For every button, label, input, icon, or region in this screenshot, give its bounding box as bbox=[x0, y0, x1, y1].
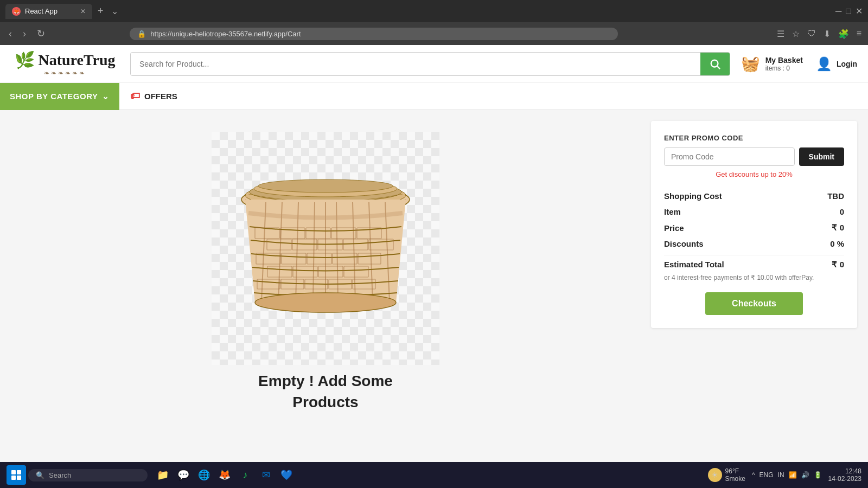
header-right: 🧺 My Basket items : 0 👤 Login bbox=[741, 55, 857, 73]
start-button[interactable] bbox=[7, 465, 26, 485]
svg-point-6 bbox=[258, 179, 393, 192]
nav-bar: SHOP BY CATEGORY ⌄ 🏷 OFFERS bbox=[0, 83, 868, 110]
basket-title: My Basket bbox=[765, 56, 803, 65]
login-area[interactable]: 👤 Login bbox=[816, 56, 857, 72]
svg-line-1 bbox=[717, 66, 720, 69]
tray-battery-icon: 🔋 bbox=[814, 471, 822, 479]
estimated-total-row: Estimated Total ₹ 0 bbox=[664, 255, 844, 269]
new-tab-button[interactable]: + bbox=[94, 5, 107, 17]
promo-label: ENTER PROMO CODE bbox=[664, 134, 844, 142]
start-cell-1 bbox=[11, 470, 16, 474]
weather-info: 96°F Smoke bbox=[725, 467, 745, 483]
refresh-button[interactable]: ↻ bbox=[35, 25, 47, 42]
logo-area: 🌿 NatureTrug ❧❧❧❧❧❧ bbox=[11, 50, 119, 77]
window-controls: ─ □ ✕ bbox=[835, 6, 863, 16]
tag-icon: 🏷 bbox=[130, 91, 140, 102]
menu-icon[interactable]: ≡ bbox=[857, 29, 861, 38]
chevron-down-icon: ⌄ bbox=[102, 92, 110, 101]
tray-region: IN bbox=[778, 471, 784, 479]
star-icon[interactable]: ☆ bbox=[792, 29, 800, 39]
close-button[interactable]: ✕ bbox=[856, 6, 863, 16]
main-content: Empty ! Add Some Products ENTER PROMO CO… bbox=[0, 110, 868, 488]
download-icon[interactable]: ⬇ bbox=[824, 29, 831, 39]
tab-title: React App bbox=[25, 7, 58, 15]
taskbar-music-icon[interactable]: ♪ bbox=[237, 466, 254, 484]
search-icon bbox=[709, 58, 721, 70]
shopping-cost-label: Shopping Cost bbox=[664, 191, 722, 201]
basket-icon: 🧺 bbox=[741, 55, 760, 73]
empty-cart-text: Empty ! Add Some Products bbox=[258, 370, 393, 413]
minimize-button[interactable]: ─ bbox=[835, 6, 841, 16]
basket-info: My Basket items : 0 bbox=[765, 56, 803, 72]
taskbar-chat-icon[interactable]: 💬 bbox=[175, 466, 192, 484]
back-button[interactable]: ‹ bbox=[7, 26, 14, 42]
tab-favicon: 🦊 bbox=[12, 7, 21, 16]
tab-list-button[interactable]: ⌄ bbox=[111, 6, 118, 16]
taskbar-weather: ☀ 96°F Smoke bbox=[708, 467, 745, 483]
logo-row: 🌿 NatureTrug bbox=[15, 50, 115, 69]
taskbar-search-bar[interactable]: 🔍 Search bbox=[28, 469, 148, 481]
svg-point-0 bbox=[711, 60, 718, 67]
taskbar-mail-icon[interactable]: ✉ bbox=[257, 466, 275, 484]
logo-leaf-icon: 🌿 bbox=[15, 50, 35, 69]
submit-promo-button[interactable]: Submit bbox=[799, 147, 844, 166]
promo-discount-text: Get discounts up to 20% bbox=[664, 170, 844, 178]
taskbar-search-icon: 🔍 bbox=[36, 471, 44, 479]
shield-icon[interactable]: 🛡 bbox=[807, 29, 816, 38]
address-text: https://unique-heliotrope-35567e.netlify… bbox=[150, 30, 301, 38]
price-row: Price ₹ 0 bbox=[664, 223, 844, 233]
browser-tab-active[interactable]: 🦊 React App ✕ bbox=[5, 4, 92, 19]
price-value: ₹ 0 bbox=[832, 223, 844, 233]
tray-sound-icon[interactable]: 🔊 bbox=[801, 471, 809, 479]
tray-wifi-icon: 📶 bbox=[789, 471, 797, 479]
search-button[interactable] bbox=[700, 52, 730, 76]
restore-button[interactable]: □ bbox=[846, 6, 851, 16]
address-input-wrap[interactable]: 🔒 https://unique-heliotrope-35567e.netli… bbox=[130, 28, 618, 40]
checkout-button[interactable]: Checkouts bbox=[705, 292, 803, 315]
clock-date: 14-02-2023 bbox=[828, 475, 861, 483]
taskbar-firefox-icon[interactable]: 🦊 bbox=[216, 466, 233, 484]
address-bar-right: ☰ ☆ 🛡 ⬇ 🧩 ≡ bbox=[777, 29, 861, 39]
taskbar-edge-icon[interactable]: 🌐 bbox=[195, 466, 213, 484]
lock-icon: 🔒 bbox=[137, 30, 146, 38]
login-text: Login bbox=[837, 60, 857, 68]
item-label: Item bbox=[664, 207, 681, 216]
weather-icon: ☀ bbox=[708, 468, 722, 482]
offerpay-text: or 4 interest-free payments of ₹ 10.00 w… bbox=[664, 274, 844, 281]
start-cell-2 bbox=[17, 470, 21, 474]
estimated-value: ₹ 0 bbox=[832, 260, 844, 269]
taskbar-right: ☀ 96°F Smoke ^ ENG IN 📶 🔊 🔋 12:48 14-02-… bbox=[708, 467, 861, 483]
taskbar-search-label: Search bbox=[49, 471, 71, 479]
estimated-label: Estimated Total bbox=[664, 260, 724, 269]
basket-svg-wrap bbox=[212, 132, 439, 365]
extension-icon[interactable]: 🧩 bbox=[838, 29, 849, 39]
user-icon: 👤 bbox=[816, 56, 832, 72]
weather-temp: 96°F bbox=[725, 467, 745, 475]
taskbar-vs-icon[interactable]: 💙 bbox=[278, 466, 295, 484]
price-label: Price bbox=[664, 223, 684, 233]
start-cell-3 bbox=[11, 476, 16, 480]
discounts-row: Discounts 0 % bbox=[664, 239, 844, 248]
shop-by-category-label: SHOP BY CATEGORY bbox=[10, 92, 98, 101]
offers-link[interactable]: 🏷 OFFERS bbox=[119, 91, 188, 102]
forward-button[interactable]: › bbox=[21, 26, 28, 42]
basket-count: items : 0 bbox=[765, 65, 803, 72]
tab-close-button[interactable]: ✕ bbox=[80, 8, 86, 15]
search-bar[interactable] bbox=[130, 52, 730, 76]
search-input[interactable] bbox=[131, 60, 700, 68]
promo-input[interactable] bbox=[664, 147, 795, 166]
browser-chrome: 🦊 React App ✕ + ⌄ ─ □ ✕ bbox=[0, 0, 868, 22]
start-cell-4 bbox=[17, 476, 21, 480]
tray-expand-icon[interactable]: ^ bbox=[752, 471, 755, 479]
bookmarks-icon[interactable]: ☰ bbox=[777, 29, 784, 39]
offers-label: OFFERS bbox=[144, 92, 177, 101]
address-bar: ‹ › ↻ 🔒 https://unique-heliotrope-35567e… bbox=[0, 22, 868, 45]
start-grid bbox=[11, 470, 21, 480]
promo-row: Submit bbox=[664, 147, 844, 166]
basket-area[interactable]: 🧺 My Basket items : 0 bbox=[741, 55, 803, 73]
taskbar-files-icon[interactable]: 📁 bbox=[154, 466, 171, 484]
shop-by-category-button[interactable]: SHOP BY CATEGORY ⌄ bbox=[0, 83, 119, 110]
basket-svg bbox=[233, 151, 418, 346]
taskbar-icons: 📁 💬 🌐 🦊 ♪ ✉ 💙 bbox=[154, 466, 295, 484]
clock-time: 12:48 bbox=[828, 467, 861, 475]
